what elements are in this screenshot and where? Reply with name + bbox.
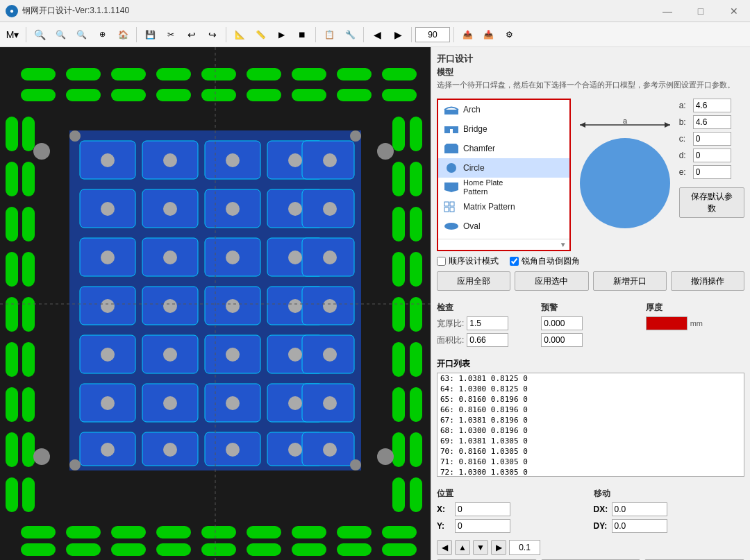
sequential-mode-label[interactable]: 顺序设计模式 [437, 255, 499, 267]
svg-rect-7 [292, 68, 326, 80]
pos-x-input[interactable] [455, 502, 510, 516]
ruler-button[interactable]: 📏 [251, 25, 270, 44]
save-defaults-button[interactable]: 保存默认参数 [679, 187, 744, 218]
list-item[interactable]: 69: 1.0381 1.0305 0 [438, 436, 744, 446]
new-opening-button[interactable]: 新增开口 [593, 271, 667, 291]
model-item-bridge[interactable]: Bridge [438, 119, 569, 139]
thickness-color-swatch[interactable] [646, 316, 688, 330]
config-button[interactable]: ⚙ [499, 25, 519, 44]
param-d-input[interactable] [693, 149, 731, 162]
zoom-value-input[interactable]: 90 [415, 27, 450, 42]
main-layout: 开口设计 模型 选择一个待开口焊盘，然后在如下选择一个合适的开口模型，参考示例图… [0, 47, 750, 560]
auto-chamfer-label[interactable]: 锐角自动倒圆角 [510, 255, 580, 267]
width-ratio-input[interactable] [467, 316, 508, 330]
maximize-button[interactable]: □ [685, 0, 717, 22]
undo-button[interactable]: ↩ [182, 25, 201, 44]
arrow-left-button[interactable]: ◀ [367, 25, 387, 44]
cut-button[interactable]: ✂ [161, 25, 181, 44]
param-e-input[interactable] [693, 165, 731, 179]
arrow-right-button[interactable]: ▶ [388, 25, 408, 44]
svg-rect-25 [292, 526, 326, 538]
circle-label: Circle [463, 163, 485, 173]
arrow-up-btn[interactable]: ▲ [455, 540, 470, 555]
app-icon: ● [6, 5, 18, 17]
move-dy-row: DY: [594, 519, 745, 533]
copy-button[interactable]: 📋 [319, 25, 339, 44]
list-item[interactable]: 68: 1.0300 0.8196 0 [438, 425, 744, 436]
import-button[interactable]: 📥 [478, 25, 498, 44]
undo-operation-button[interactable]: 撤消操作 [671, 271, 744, 291]
svg-rect-26 [337, 526, 372, 538]
apply-selected-button[interactable]: 应用选中 [515, 271, 588, 291]
svg-rect-17 [337, 89, 372, 101]
arrow-down-btn[interactable]: ▼ [473, 540, 488, 555]
arrow-left-btn[interactable]: ◀ [437, 540, 452, 555]
settings-button[interactable]: 🔧 [340, 25, 360, 44]
preview-val2-input[interactable] [541, 333, 583, 347]
svg-rect-50 [22, 297, 35, 332]
param-c-input[interactable] [693, 132, 731, 146]
preview-title: 预警 [541, 302, 640, 314]
param-b-input[interactable] [693, 115, 731, 129]
model-item-oval[interactable]: Oval [438, 217, 569, 236]
svg-point-124 [163, 251, 177, 264]
matrix-label: Matrix Pattern [463, 202, 515, 212]
pcb-canvas-area[interactable] [0, 47, 431, 560]
sequential-mode-checkbox[interactable] [437, 257, 446, 266]
home-button[interactable]: 🏠 [113, 25, 133, 44]
mode-button[interactable]: M▾ [3, 25, 22, 44]
svg-rect-69 [410, 342, 422, 377]
stop-button[interactable]: ⏹ [292, 25, 312, 44]
thickness-col: 厚度 mm [646, 302, 744, 330]
step-input[interactable] [509, 540, 540, 555]
svg-marker-172 [580, 122, 585, 128]
model-item-chamfer[interactable]: Chamfer [438, 139, 569, 158]
svg-rect-45 [6, 477, 18, 512]
model-item-home-plate[interactable]: Home PlatePattern [438, 178, 569, 197]
param-a-input[interactable] [693, 99, 731, 112]
model-item-matrix[interactable]: Matrix Pattern [438, 197, 569, 217]
list-item[interactable]: 70: 0.8160 1.0305 0 [438, 446, 744, 457]
save-button[interactable]: 💾 [140, 25, 160, 44]
model-item-arch[interactable]: Arch [438, 100, 569, 119]
export-button[interactable]: 📤 [458, 25, 477, 44]
list-item[interactable]: 71: 0.8160 1.0305 0 [438, 457, 744, 467]
move-dx-input[interactable] [612, 502, 667, 516]
opening-list[interactable]: 63: 1.0381 0.8125 0 64: 1.0300 0.8125 0 … [437, 373, 744, 477]
svg-rect-32 [201, 543, 236, 556]
list-item[interactable]: 63: 1.0381 0.8125 0 [438, 373, 744, 384]
pos-y-input[interactable] [455, 519, 510, 533]
svg-rect-58 [392, 252, 405, 287]
measure-button[interactable]: 📐 [230, 25, 249, 44]
model-list[interactable]: Arch Bridge [438, 100, 569, 239]
inspection-col: 检查 宽厚比: 面积比: [437, 302, 535, 347]
arrow-right-btn[interactable]: ▶ [491, 540, 506, 555]
list-item[interactable]: 66: 0.8160 0.8196 0 [438, 405, 744, 415]
minimize-button[interactable]: — [651, 0, 683, 22]
move-dx-row: DX: [594, 502, 745, 516]
apply-all-button[interactable]: 应用全部 [437, 271, 510, 291]
arch-icon [444, 104, 459, 115]
svg-rect-54 [22, 477, 35, 512]
area-ratio-input[interactable] [467, 333, 508, 347]
fit-button[interactable]: ⊕ [92, 25, 112, 44]
svg-rect-68 [410, 297, 422, 332]
zoom-in-button[interactable]: 🔍 [51, 25, 70, 44]
svg-point-126 [288, 251, 302, 264]
model-item-circle[interactable]: Circle [438, 158, 569, 178]
svg-point-75 [377, 143, 394, 160]
zoom-button[interactable]: 🔍 [30, 25, 49, 44]
move-dy-input[interactable] [612, 519, 667, 533]
play-button[interactable]: ▶ [272, 25, 291, 44]
list-item[interactable]: 72: 1.0300 1.0305 0 [438, 467, 744, 477]
list-item[interactable]: 67: 1.0381 0.8196 0 [438, 415, 744, 425]
preview-val1-input[interactable] [541, 316, 583, 330]
svg-point-144 [163, 443, 177, 457]
oval-icon [444, 221, 459, 232]
close-button[interactable]: ✕ [718, 0, 750, 22]
redo-button[interactable]: ↪ [203, 25, 222, 44]
auto-chamfer-checkbox[interactable] [510, 257, 519, 266]
list-item[interactable]: 64: 1.0300 0.8125 0 [438, 384, 744, 394]
list-item[interactable]: 65: 0.8160 0.8196 0 [438, 394, 744, 405]
zoom-out-button[interactable]: 🔍 [72, 25, 91, 44]
